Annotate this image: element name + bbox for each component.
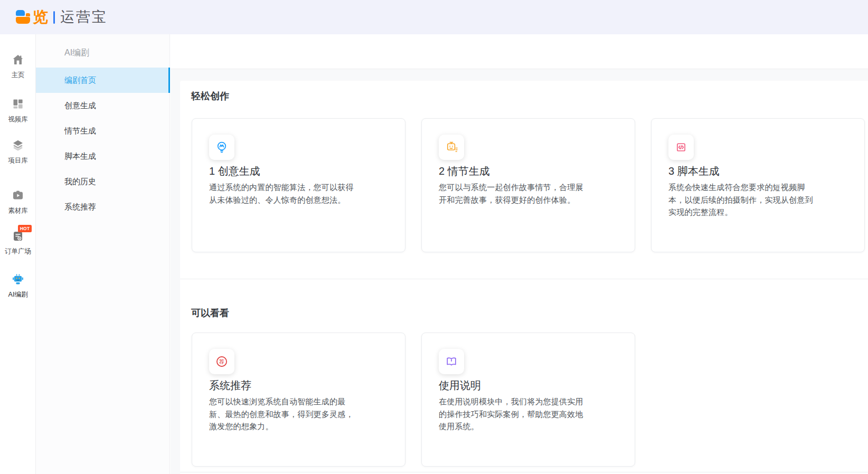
app-header: 览 运营宝: [0, 0, 868, 34]
sidebar-item-recommend[interactable]: 系统推荐: [36, 194, 170, 220]
idea-bulb-icon: [209, 135, 234, 160]
rail-item-ai-script[interactable]: AI编剧: [0, 273, 36, 299]
card-title: 2 情节生成: [439, 164, 490, 178]
card-desc: 您可以与系统一起创作故事情节，合理展开和完善故事，获得更好的创作体验。: [439, 181, 589, 206]
card-plot-generation[interactable]: 2 情节生成 您可以与系统一起创作故事情节，合理展开和完善故事，获得更好的创作体…: [421, 118, 635, 252]
open-book-icon: [439, 349, 464, 374]
card-title: 系统推荐: [209, 378, 251, 393]
logo-divider: [53, 11, 55, 24]
recommend-seal-icon: 荐: [209, 349, 234, 374]
rail-item-label: 视频库: [0, 115, 36, 124]
sidebar-item-idea[interactable]: 创意生成: [36, 93, 170, 118]
card-script-generation[interactable]: 3 脚本生成 系统会快速生成符合您要求的短视频脚本，以便后续的拍摄制作，实现从创…: [651, 118, 865, 252]
sidebar-item-home[interactable]: 编剧首页: [36, 68, 170, 93]
card-desc: 在使用说明模块中，我们将为您提供实用的操作技巧和实际案例，帮助您更高效地使用系统…: [439, 395, 589, 433]
card-user-manual[interactable]: 使用说明 在使用说明模块中，我们将为您提供实用的操作技巧和实际案例，帮助您更高效…: [421, 333, 635, 467]
content-panel: 轻松创作 1 创意生成 通过系统的内置的智能算法，您可以获得从未体验过的、令人惊…: [180, 81, 868, 474]
rail-item-order-market[interactable]: HOT 订单广场: [0, 230, 36, 256]
section-divider: [180, 279, 868, 279]
app-logo[interactable]: 览 运营宝: [16, 10, 108, 25]
code-script-icon: [668, 135, 694, 160]
rail-item-label: 项目库: [0, 156, 36, 165]
card-title: 3 脚本生成: [668, 164, 720, 178]
recommend-glyph: 荐: [219, 359, 224, 365]
rail-item-label: AI编剧: [0, 290, 36, 299]
rail-item-label: 主页: [0, 71, 36, 80]
section-title-explore: 可以看看: [191, 307, 229, 319]
secondary-sidebar: AI编剧 编剧首页 创意生成 情节生成 脚本生成 我的历史 系统推荐: [36, 34, 170, 474]
rail-item-home[interactable]: 主页: [0, 53, 36, 80]
primary-nav-rail: 主页 视频库 项目库: [0, 34, 36, 474]
sidebar-title: AI编剧: [64, 48, 89, 59]
ai-robot-icon: [12, 273, 24, 286]
project-library-icon: [12, 139, 24, 151]
card-system-recommend[interactable]: 荐 系统推荐 您可以快速浏览系统自动智能生成的最新、最热的创意和故事，得到更多灵…: [192, 333, 405, 467]
card-desc: 您可以快速浏览系统自动智能生成的最新、最热的创意和故事，得到更多灵感，激发您的想…: [209, 395, 359, 433]
card-title: 1 创意生成: [209, 164, 260, 178]
rail-item-video-library[interactable]: 视频库: [0, 98, 36, 124]
sidebar-item-history[interactable]: 我的历史: [36, 169, 170, 194]
hot-badge: HOT: [18, 225, 32, 232]
logo-char: 览: [33, 10, 48, 25]
section-title-create: 轻松创作: [191, 90, 229, 102]
sidebar-item-plot[interactable]: 情节生成: [36, 118, 170, 144]
logo-mark-icon: [16, 10, 30, 24]
rail-item-material-library[interactable]: 素材库: [0, 189, 36, 215]
video-library-icon: [12, 98, 24, 110]
sidebar-item-script[interactable]: 脚本生成: [36, 144, 170, 169]
app-window: 览 运营宝 主页: [0, 0, 868, 474]
card-desc: 系统会快速生成符合您要求的短视频脚本，以便后续的拍摄制作，实现从创意到实现的完整…: [668, 181, 818, 219]
panel-bottom-divider: [180, 472, 868, 472]
card-desc: 通过系统的内置的智能算法，您可以获得从未体验过的、令人惊奇的创意想法。: [209, 181, 359, 206]
card-title: 使用说明: [439, 378, 481, 393]
card-idea-generation[interactable]: 1 创意生成 通过系统的内置的智能算法，您可以获得从未体验过的、令人惊奇的创意想…: [192, 118, 405, 252]
home-icon: [12, 53, 24, 66]
rail-item-project-library[interactable]: 项目库: [0, 139, 36, 165]
rail-item-label: 素材库: [0, 206, 36, 215]
logo-brand-text: 运营宝: [60, 10, 108, 24]
content-topbar: [171, 34, 868, 69]
robot-head-icon: [439, 135, 464, 160]
material-library-icon: [12, 189, 24, 202]
rail-item-label: 订单广场: [0, 247, 36, 256]
order-doc-icon: HOT: [12, 230, 24, 242]
